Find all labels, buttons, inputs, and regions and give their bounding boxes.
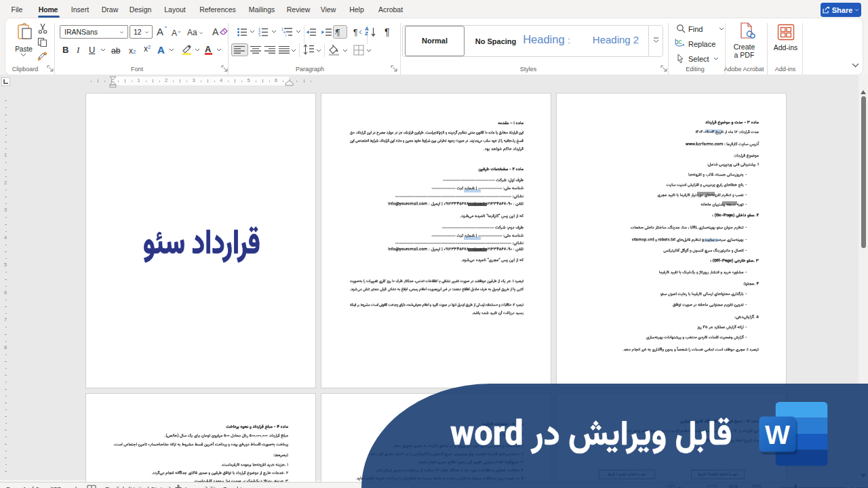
svg-text:i: i: [285, 33, 286, 37]
svg-text:3: 3: [258, 34, 260, 37]
svg-text:W: W: [765, 420, 790, 449]
